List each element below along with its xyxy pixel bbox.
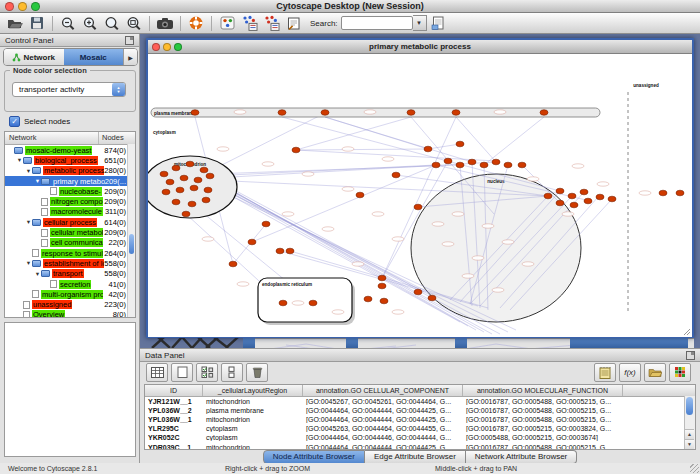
cell[interactable]: cytoplasm <box>203 425 303 432</box>
network-node[interactable] <box>608 196 616 202</box>
cell[interactable]: [GO:0016787, GO:0005488, GO:0005215, G..… <box>463 407 623 414</box>
network-node[interactable] <box>202 197 210 203</box>
tree-row-cell-communicat[interactable]: cell communicat22(0) <box>5 238 135 248</box>
network-node[interactable] <box>356 192 364 198</box>
vizmapper-button[interactable] <box>217 14 237 33</box>
search-dropdown-button[interactable]: ▼ <box>413 15 427 31</box>
network-node[interactable] <box>407 110 415 116</box>
cell[interactable]: YKR052C <box>145 434 203 441</box>
cell[interactable]: YPL036W__2 <box>145 407 203 414</box>
tab-node-attribute-browser[interactable]: Node Attribute Browser <box>263 450 365 464</box>
session-note-button[interactable] <box>428 14 448 33</box>
cell[interactable]: [GO:0044464, GO:0044446, GO:0044444, G..… <box>303 434 463 441</box>
attribute-editor-button[interactable] <box>594 363 616 382</box>
network-node[interactable] <box>262 221 270 227</box>
zoom-in-button[interactable] <box>80 14 100 33</box>
cell[interactable]: YPL036W__1 <box>145 416 203 423</box>
network-node[interactable] <box>321 110 329 116</box>
formula-button[interactable]: f(x) <box>619 363 641 382</box>
tree-row-macromolecule[interactable]: macromolecule311(0) <box>5 207 135 217</box>
table-row-YPL036W__2[interactable]: YPL036W__2plasma membrane[GO:0044464, GO… <box>145 406 695 415</box>
cell[interactable]: YLR295C <box>145 425 203 432</box>
network-node[interactable] <box>556 200 564 206</box>
tree-row-nucleobase-[interactable]: nucleobase-209(0) <box>5 186 135 196</box>
network-node[interactable] <box>182 211 190 217</box>
tab-edge-attribute-browser[interactable]: Edge Attribute Browser <box>365 450 466 464</box>
cell[interactable]: [GO:0016787, GO:0005488, GO:0005215, G..… <box>463 416 623 423</box>
zoom-selected-button[interactable] <box>102 14 122 33</box>
scroll-down-arrow[interactable]: ▼ <box>685 439 694 449</box>
network-node[interactable] <box>544 193 552 199</box>
tab-overflow-arrow[interactable]: ▶ <box>123 49 137 65</box>
attribute-batch-button[interactable] <box>196 363 218 382</box>
column-header-1[interactable]: _cellularLayoutRegion <box>203 385 303 396</box>
network-node[interactable] <box>456 162 464 168</box>
network-node[interactable] <box>424 146 432 152</box>
import-attributes-button[interactable] <box>644 363 666 382</box>
cell[interactable]: [GO:0005488, GO:0005215, GO:0003674] <box>463 434 623 441</box>
network-node[interactable] <box>204 187 212 193</box>
network-node[interactable] <box>278 110 286 116</box>
network-node[interactable] <box>584 198 592 204</box>
network-node[interactable] <box>309 300 317 306</box>
network-node[interactable] <box>229 261 237 267</box>
tree-col-nodes[interactable]: Nodes <box>99 132 135 144</box>
table-scrollbar[interactable]: ▲ ▼ <box>684 396 695 449</box>
annotation-button[interactable] <box>283 14 303 33</box>
create-attribute-button[interactable] <box>171 363 193 382</box>
tree-row-mosaic-demo-yeast[interactable]: mosaic-demo-yeast874(0) <box>5 145 135 155</box>
network-node[interactable] <box>570 202 578 208</box>
zoom-out-button[interactable] <box>58 14 78 33</box>
tree-scrollbar-thumb[interactable] <box>129 234 134 254</box>
select-nodes-checkbox[interactable]: ✓ <box>9 116 20 127</box>
network-node[interactable] <box>414 204 422 210</box>
cell[interactable]: [GO:0044464, GO:0044444, GO:0044425, G..… <box>303 416 463 423</box>
cell[interactable]: cytoplasm <box>203 434 303 441</box>
delete-attribute-button[interactable] <box>246 363 268 382</box>
table-scrollbar-thumb[interactable] <box>686 397 693 415</box>
scroll-up-arrow[interactable]: ▲ <box>685 429 694 439</box>
network-node[interactable] <box>492 159 500 165</box>
cell[interactable]: YJR121W__1 <box>145 398 203 405</box>
network-view-titlebar[interactable]: primary metabolic process <box>148 40 692 54</box>
column-header-3[interactable]: annotation.GO MOLECULAR_FUNCTION <box>463 385 623 396</box>
network-node[interactable] <box>172 165 180 171</box>
tab-network[interactable]: Network <box>4 49 64 65</box>
tree-col-network[interactable]: Network <box>5 132 99 144</box>
network-node[interactable] <box>504 162 512 168</box>
tree-expander-icon[interactable]: ▼ <box>34 271 41 277</box>
table-row-YDR039C__1[interactable]: YDR039C__1mitochondrion[GO:0044464, GO:0… <box>145 442 695 450</box>
column-header-0[interactable]: ID <box>145 385 203 396</box>
network-node[interactable] <box>279 300 287 306</box>
tree-row-response-to-stimul[interactable]: response to stimul264(0) <box>5 248 135 258</box>
network-node[interactable] <box>186 161 194 167</box>
network-node[interactable] <box>556 188 564 194</box>
network-node[interactable] <box>162 189 170 195</box>
cell[interactable]: [GO:0045263, GO:0044464, GO:0044455, G..… <box>303 425 463 432</box>
tree-row-multi-organism-pro[interactable]: multi-organism pro42(0) <box>5 289 135 299</box>
network-node[interactable] <box>172 199 180 205</box>
network-node[interactable] <box>580 189 588 195</box>
network-node[interactable] <box>380 298 388 304</box>
tree-row-transport[interactable]: ▼transport558(0) <box>5 269 135 279</box>
table-row-YPL036W__1[interactable]: YPL036W__1mitochondrion[GO:0044464, GO:0… <box>145 415 695 424</box>
tree-row-overview[interactable]: Overview8(0) <box>5 310 135 318</box>
tree-row-cellular-process[interactable]: ▼cellular process614(0) <box>5 217 135 227</box>
tree-expander-icon[interactable]: ▼ <box>25 219 32 225</box>
import-table-button[interactable] <box>261 14 281 33</box>
network-node[interactable] <box>456 141 464 147</box>
zoom-fit-button[interactable] <box>124 14 144 33</box>
tree-row-secretion[interactable]: secretion41(0) <box>5 279 135 289</box>
help-button[interactable] <box>186 14 206 33</box>
network-node[interactable] <box>286 248 294 254</box>
import-network-button[interactable] <box>239 14 259 33</box>
network-node[interactable] <box>188 201 196 207</box>
network-node[interactable] <box>180 175 188 181</box>
cell[interactable]: [GO:0016787, GO:0005215, GO:0003824, G..… <box>463 425 623 432</box>
attribute-pair-button[interactable] <box>221 363 243 382</box>
network-node[interactable] <box>176 187 184 193</box>
network-node[interactable] <box>166 179 174 185</box>
network-node[interactable] <box>194 177 202 183</box>
cell[interactable]: mitochondrion <box>203 416 303 423</box>
tree-row-cellular-metabol[interactable]: cellular metabol209(0) <box>5 227 135 237</box>
